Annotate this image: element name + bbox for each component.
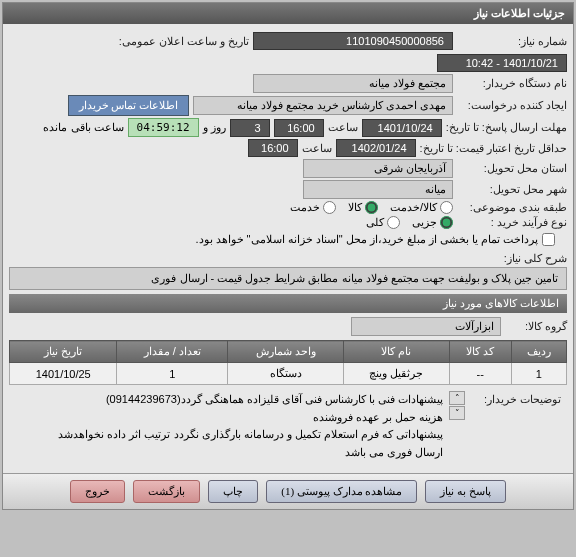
cat-radio-2[interactable] <box>365 201 378 214</box>
exit-button[interactable]: خروج <box>70 480 125 503</box>
announce-date-label: تاریخ و ساعت اعلان عمومی: <box>99 35 249 48</box>
city-value: میانه <box>303 180 453 199</box>
goods-table: ردیف کد کالا نام کالا واحد شمارش تعداد /… <box>9 340 567 385</box>
col-date: تاریخ نیاز <box>10 341 117 363</box>
cat-option-goods-service[interactable]: کالا/خدمت <box>390 201 453 214</box>
buy-type-option-2[interactable]: کلی <box>366 216 400 229</box>
reply-button[interactable]: پاسخ به نیاز <box>425 480 506 503</box>
time-label-2: ساعت <box>302 142 332 155</box>
creator-value: مهدی احمدی کارشناس خرید مجتمع فولاد میان… <box>193 96 453 115</box>
desc-label: شرح کلی نیاز: <box>457 252 567 265</box>
col-code: کد کالا <box>449 341 511 363</box>
cat-option-goods[interactable]: کالا <box>348 201 378 214</box>
goods-group-label: گروه کالا: <box>507 320 567 333</box>
bt-radio-1[interactable] <box>440 216 453 229</box>
notes-down-button[interactable]: ˅ <box>449 406 465 420</box>
validity-time: 16:00 <box>248 139 298 157</box>
attachments-button[interactable]: مشاهده مدارک پیوستی (1) <box>266 480 417 503</box>
cell-date: 1401/10/25 <box>10 363 117 385</box>
col-unit: واحد شمارش <box>228 341 344 363</box>
remain-label: ساعت باقی مانده <box>43 121 123 134</box>
cat-radio-3[interactable] <box>323 201 336 214</box>
cell-name: جرثقیل وینچ <box>343 363 449 385</box>
province-value: آذربایجان شرقی <box>303 159 453 178</box>
deadline-label: مهلت ارسال پاسخ: تا تاریخ: <box>446 121 567 134</box>
cell-code: -- <box>449 363 511 385</box>
time-label-1: ساعت <box>328 121 358 134</box>
buy-type-radios: جزیی کلی <box>366 216 453 229</box>
col-name: نام کالا <box>343 341 449 363</box>
buyer-notes-text: پیشنهادات فنی با کارشناس فنی آقای قلیزاد… <box>15 391 443 461</box>
buy-type-option-1[interactable]: جزیی <box>412 216 453 229</box>
contact-info-button[interactable]: اطلاعات تماس خریدار <box>68 95 190 116</box>
category-label: طبقه بندی موضوعی: <box>457 201 567 214</box>
day-label: روز و <box>203 121 226 134</box>
cell-row: 1 <box>511 363 566 385</box>
col-qty: تعداد / مقدار <box>117 341 228 363</box>
cat-radio-1[interactable] <box>440 201 453 214</box>
payment-note-check[interactable]: پرداخت تمام یا بخشی از مبلغ خرید،از محل … <box>195 233 555 246</box>
creator-label: ایجاد کننده درخواست: <box>457 99 567 112</box>
buyer-value: مجتمع فولاد میانه <box>253 74 453 93</box>
cat-option-service[interactable]: خدمت <box>290 201 336 214</box>
payment-note-text: پرداخت تمام یا بخشی از مبلغ خرید،از محل … <box>195 233 538 246</box>
bt-radio-2[interactable] <box>387 216 400 229</box>
footer-toolbar: پاسخ به نیاز مشاهده مدارک پیوستی (1) چاپ… <box>3 473 573 509</box>
notes-up-button[interactable]: ˄ <box>449 391 465 405</box>
announce-date-value: 1401/10/21 - 10:42 <box>437 54 567 72</box>
cell-unit: دستگاه <box>228 363 344 385</box>
need-no-label: شماره نیاز: <box>457 35 567 48</box>
table-row[interactable]: 1 -- جرثقیل وینچ دستگاه 1 1401/10/25 <box>10 363 567 385</box>
time-remaining: 04:59:12 <box>128 118 199 137</box>
buyer-notes-label: توضیحات خریدار: <box>471 391 561 409</box>
deadline-time: 16:00 <box>274 119 324 137</box>
back-button[interactable]: بازگشت <box>133 480 200 503</box>
need-no-value: 1101090450000856 <box>253 32 453 50</box>
goods-group-value: ابزارآلات <box>351 317 501 336</box>
deadline-date: 1401/10/24 <box>362 119 442 137</box>
province-label: استان محل تحویل: <box>457 162 567 175</box>
city-label: شهر محل تحویل: <box>457 183 567 196</box>
print-button[interactable]: چاپ <box>208 480 258 503</box>
goods-section-title: اطلاعات کالاهای مورد نیاز <box>9 294 567 313</box>
panel-title: جزئیات اطلاعات نیاز <box>3 3 573 24</box>
payment-checkbox[interactable] <box>542 233 555 246</box>
validity-label: حداقل تاریخ اعتبار قیمت: تا تاریخ: <box>420 142 567 155</box>
days-remaining: 3 <box>230 119 270 137</box>
buyer-label: نام دستگاه خریدار: <box>457 77 567 90</box>
buy-type-label: نوع فرآیند خرید : <box>457 216 567 229</box>
validity-date: 1402/01/24 <box>336 139 416 157</box>
category-radios: کالا/خدمت کالا خدمت <box>290 201 453 214</box>
col-row: ردیف <box>511 341 566 363</box>
cell-qty: 1 <box>117 363 228 385</box>
need-description: تامین جین پلاک و بولیفت جهت مجتمع فولاد … <box>9 267 567 290</box>
